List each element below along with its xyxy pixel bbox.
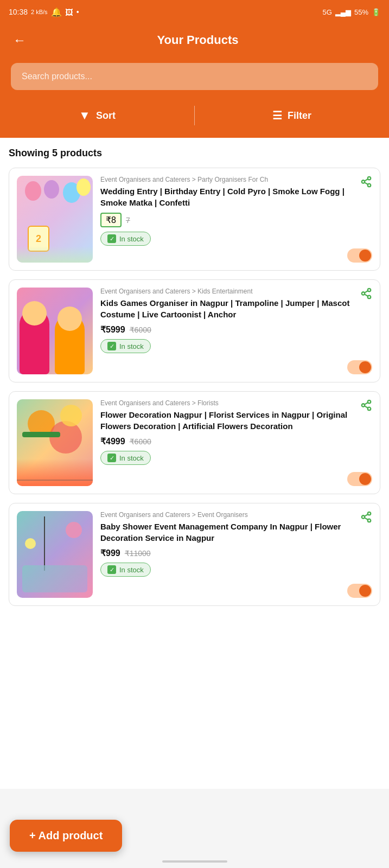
- product-image-4: [17, 511, 93, 598]
- product-category-2: Event Organisers and Caterers > Kids Ent…: [100, 288, 372, 295]
- time: 10:38: [9, 8, 28, 16]
- sort-icon: ▼: [79, 108, 91, 123]
- showing-label: Showing 5 products: [9, 148, 380, 159]
- price-original-4: ₹11000: [125, 549, 151, 558]
- price-current-3: ₹4999: [100, 436, 125, 446]
- svg-line-14: [365, 403, 368, 405]
- dot-indicator: •: [76, 8, 79, 16]
- product-card-3: Event Organisers and Caterers > Florists…: [9, 391, 380, 494]
- notification-icon: 🔔: [51, 7, 62, 17]
- svg-line-8: [365, 294, 368, 296]
- product-category-3: Event Organisers and Caterers > Florists: [100, 399, 372, 407]
- check-icon-1: ✓: [107, 234, 116, 243]
- price-row-1: ₹8 7: [100, 213, 372, 227]
- back-button[interactable]: ←: [11, 30, 28, 50]
- product-card-2: Event Organisers and Caterers > Kids Ent…: [9, 279, 380, 382]
- price-row-4: ₹999 ₹11000: [100, 548, 372, 558]
- product-title-2: Kids Games Organiser in Nagpur | Trampol…: [100, 297, 372, 320]
- product-card: 2 Event Organisers and Caterers > Party …: [9, 168, 380, 271]
- in-stock-badge-2: ✓ In stock: [100, 339, 151, 353]
- network-speed: 2 kB/s: [31, 9, 48, 15]
- share-icon-2[interactable]: [360, 288, 372, 302]
- svg-line-13: [365, 406, 368, 408]
- product-title-1: Wedding Entry | Birthday Entry | Cold Py…: [100, 186, 372, 208]
- product-image-3: [17, 399, 93, 486]
- svg-line-3: [365, 182, 368, 184]
- product-title-4: Baby Shower Event Management Company In …: [100, 521, 372, 544]
- network-type: 5G: [322, 8, 331, 16]
- toggle-4[interactable]: [347, 584, 372, 598]
- product-category-4: Event Organisers and Caterers > Event Or…: [100, 511, 372, 519]
- svg-line-4: [365, 179, 368, 181]
- price-row-2: ₹5999 ₹6000: [100, 324, 372, 335]
- sort-filter-bar: ▼ Sort ☰ Filter: [0, 99, 389, 138]
- battery: 55%: [354, 8, 368, 16]
- in-stock-label-1: In stock: [119, 235, 144, 243]
- image-icon: 🖼: [65, 8, 73, 17]
- check-icon-2: ✓: [107, 342, 116, 350]
- page-title: Your Products: [39, 33, 356, 47]
- sort-label: Sort: [96, 110, 116, 122]
- product-image-2: [17, 288, 93, 374]
- filter-icon: ☰: [272, 109, 282, 122]
- home-indicator: [162, 860, 227, 863]
- svg-line-19: [365, 514, 368, 516]
- price-current-1: ₹8: [100, 213, 122, 227]
- product-title-3: Flower Decoration Nagpur | Florist Servi…: [100, 409, 372, 432]
- content-area: Showing 5 products 2 Event Organisers an…: [0, 138, 389, 789]
- filter-label: Filter: [288, 110, 311, 122]
- share-icon-3[interactable]: [360, 399, 372, 414]
- battery-icon: 🔋: [372, 8, 380, 16]
- status-right: 5G ▂▄▆ 55% 🔋: [322, 8, 380, 16]
- filter-button[interactable]: ☰ Filter: [195, 105, 389, 126]
- check-icon-4: ✓: [107, 565, 116, 574]
- product-category-1: Event Organisers and Caterers > Party Or…: [100, 176, 372, 183]
- add-product-button[interactable]: + Add product: [10, 820, 122, 852]
- product-info-4: Event Organisers and Caterers > Event Or…: [100, 511, 372, 598]
- toggle-3[interactable]: [347, 472, 372, 486]
- in-stock-label-3: In stock: [119, 454, 144, 462]
- sort-button[interactable]: ▼ Sort: [0, 104, 194, 127]
- share-icon-1[interactable]: [360, 176, 372, 190]
- price-current-4: ₹999: [100, 548, 120, 558]
- share-icon-4[interactable]: [360, 511, 372, 526]
- price-current-2: ₹5999: [100, 324, 125, 335]
- signal-bars: ▂▄▆: [335, 8, 351, 16]
- toggle-2[interactable]: [347, 360, 372, 374]
- check-icon-3: ✓: [107, 454, 116, 462]
- product-info-2: Event Organisers and Caterers > Kids Ent…: [100, 288, 372, 374]
- product-image-1: 2: [17, 176, 93, 263]
- price-row-3: ₹4999 ₹6000: [100, 436, 372, 446]
- svg-line-9: [365, 291, 368, 293]
- search-container: [0, 59, 389, 99]
- in-stock-label-4: In stock: [119, 566, 144, 574]
- in-stock-badge-1: ✓ In stock: [100, 232, 151, 246]
- price-original-2: ₹6000: [130, 326, 151, 334]
- price-original-3: ₹6000: [130, 437, 151, 446]
- price-original-1: 7: [126, 216, 130, 225]
- product-card-4: Event Organisers and Caterers > Event Or…: [9, 503, 380, 606]
- in-stock-label-2: In stock: [119, 342, 144, 350]
- status-bar: 10:38 2 kB/s 🔔 🖼 • 5G ▂▄▆ 55% 🔋: [0, 0, 389, 24]
- header: ← Your Products: [0, 24, 389, 59]
- svg-line-18: [365, 518, 368, 520]
- search-input[interactable]: [11, 63, 378, 90]
- status-left: 10:38 2 kB/s 🔔 🖼 •: [9, 7, 79, 17]
- product-info-1: Event Organisers and Caterers > Party Or…: [100, 176, 372, 263]
- in-stock-badge-3: ✓ In stock: [100, 451, 151, 465]
- toggle-1[interactable]: [347, 248, 372, 263]
- product-info-3: Event Organisers and Caterers > Florists…: [100, 399, 372, 486]
- in-stock-badge-4: ✓ In stock: [100, 563, 151, 577]
